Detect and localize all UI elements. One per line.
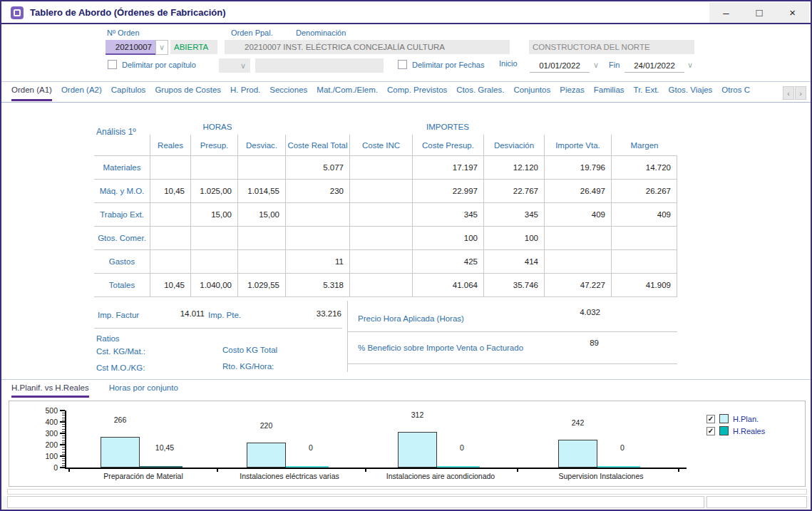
table-cell: 35.746 (483, 274, 544, 297)
column-header: Desviación (483, 135, 544, 156)
category-label: Instalaciones aire acondicionado (362, 472, 519, 480)
tab-orden-a1-[interactable]: Orden (A1) (11, 86, 52, 101)
tab-grupos-de-costes[interactable]: Grupos de Costes (155, 86, 221, 101)
legend-checkbox[interactable]: ✓ (706, 415, 715, 423)
fecha-inicio-input[interactable]: 01/01/2022 (530, 58, 590, 73)
y-tick-label: 400 (34, 418, 58, 426)
table-cell (237, 156, 285, 180)
table-cell: 1.014,55 (237, 180, 285, 203)
bar-value-hreales: 0 (286, 443, 336, 452)
bar-value-hplan: 242 (544, 418, 612, 427)
maximize-button[interactable]: □ (743, 2, 776, 23)
table-cell: 100 (412, 227, 483, 250)
table-cell (544, 227, 611, 250)
costo-kg-total-label: Costo KG Total (222, 346, 277, 354)
row-label: Totales (94, 274, 150, 297)
tab-ctos-grales-[interactable]: Ctos. Grales. (456, 86, 504, 101)
close-button[interactable]: × (776, 2, 809, 23)
order-number-dropdown[interactable]: ∨ (155, 40, 168, 55)
table-cell: 11 (285, 250, 349, 274)
table-cell: 1.029,55 (237, 274, 285, 297)
cst-kg-mat-label: Cst. KG/Mat.: (96, 347, 145, 356)
legend-checkbox[interactable]: ✓ (706, 427, 715, 435)
table-cell: 17.197 (412, 156, 483, 180)
delimit-chapter-checkbox[interactable] (108, 60, 117, 69)
delimit-chapter-label: Delimitar por capítulo (122, 61, 196, 69)
tab-cap-tulos[interactable]: Capítulos (111, 86, 146, 101)
y-tick-label: 500 (34, 406, 58, 415)
y-tick-label: 100 (34, 452, 58, 460)
y-axis (65, 411, 66, 469)
tab-h-prod-[interactable]: H. Prod. (230, 86, 260, 101)
minimize-button[interactable]: – (709, 2, 743, 23)
table-cell (611, 227, 677, 250)
order-status-badge: ABIERTA (170, 40, 217, 54)
summary-divider (348, 363, 677, 364)
order-number-input[interactable]: 20210007 (106, 40, 155, 55)
y-tick (60, 410, 65, 411)
fecha-fin-input[interactable]: 24/01/2022 (625, 58, 684, 73)
fin-label: Fin (609, 61, 620, 69)
spacer (285, 119, 412, 135)
chapter-name-field (255, 58, 384, 73)
chevron-down-icon: ∨ (240, 61, 246, 71)
tab-mat-com-elem-[interactable]: Mat./Com./Elem. (317, 86, 378, 101)
table-cell: 14.720 (611, 156, 677, 180)
chart-horizontal-scrollbar[interactable] (7, 489, 807, 495)
cost-table: HORASIMPORTESRealesPresup.Desviac.Coste … (94, 119, 677, 297)
chapter-dropdown[interactable]: ∨ (236, 58, 250, 73)
inicio-label: Inicio (499, 59, 518, 68)
chapter-code-field[interactable] (219, 58, 236, 73)
table-cell: 26.267 (611, 180, 677, 203)
table-cell: 5.318 (285, 274, 349, 297)
chart-tab-planif-vs-reales[interactable]: H.Planif. vs H.Reales (11, 383, 89, 398)
table-cell: 15,00 (237, 203, 285, 227)
tab-piezas[interactable]: Piezas (560, 86, 585, 101)
table-cell: 15,00 (190, 203, 237, 227)
y-tick (60, 455, 65, 457)
legend-label: H.Plan. (733, 415, 759, 423)
bar-hreales (437, 466, 480, 468)
bar-value-hplan: 312 (384, 411, 451, 419)
y-tick-label: 200 (34, 440, 58, 449)
tab-otros-c[interactable]: Otros C (721, 86, 750, 101)
y-tick-label: 300 (34, 429, 58, 438)
tab-tr-ext-[interactable]: Tr. Ext. (634, 86, 659, 101)
chevron-down-icon: ∨ (159, 43, 165, 52)
table-cell: 19.796 (544, 156, 611, 180)
tab-secciones[interactable]: Secciones (269, 86, 307, 101)
chart-tab-horas-por-conjunto[interactable]: Horas por conjunto (109, 383, 178, 398)
table-cell: 5.077 (285, 156, 349, 180)
tab-scroll-left-icon[interactable]: ‹ (783, 86, 794, 100)
table-cell: 26.497 (544, 180, 611, 203)
table-cell (349, 250, 412, 274)
delimit-dates-checkbox[interactable] (398, 60, 407, 69)
table-cell (150, 156, 190, 180)
hreales-swatch-icon (719, 426, 729, 435)
column-header: Desviac. (237, 135, 285, 156)
column-header: Importe Vta. (544, 135, 611, 156)
table-cell (349, 274, 412, 297)
imp-pte-label: Imp. Pte. (208, 311, 241, 319)
bar-value-hplan: 220 (232, 421, 300, 430)
column-header: Margen (611, 135, 677, 156)
tab-orden-a2-[interactable]: Orden (A2) (61, 86, 102, 101)
table-cell (349, 156, 412, 180)
tab-gtos-viajes[interactable]: Gtos. Viajes (669, 86, 713, 101)
table-cell (285, 203, 349, 227)
tab-familias[interactable]: Familias (594, 86, 625, 101)
fecha-inicio-dropdown[interactable]: ∨ (593, 61, 599, 70)
tab-scroll-buttons: ‹ › (783, 86, 806, 100)
tab-conjuntos[interactable]: Conjuntos (513, 86, 550, 101)
table-cell: 345 (483, 203, 544, 227)
table-cell: 1.025,00 (190, 180, 237, 203)
window-controls: – □ × (709, 2, 809, 23)
fecha-fin-dropdown[interactable]: ∨ (687, 61, 693, 70)
tab-scroll-right-icon[interactable]: › (795, 86, 806, 100)
chart-tabstrip: H.Planif. vs H.RealesHoras por conjunto (11, 383, 178, 398)
table-cell: 12.120 (483, 156, 544, 180)
table-cell (190, 250, 237, 274)
table-cell (150, 203, 190, 227)
tab-comp-previstos[interactable]: Comp. Previstos (387, 86, 447, 101)
row-label: Materiales (94, 156, 150, 180)
